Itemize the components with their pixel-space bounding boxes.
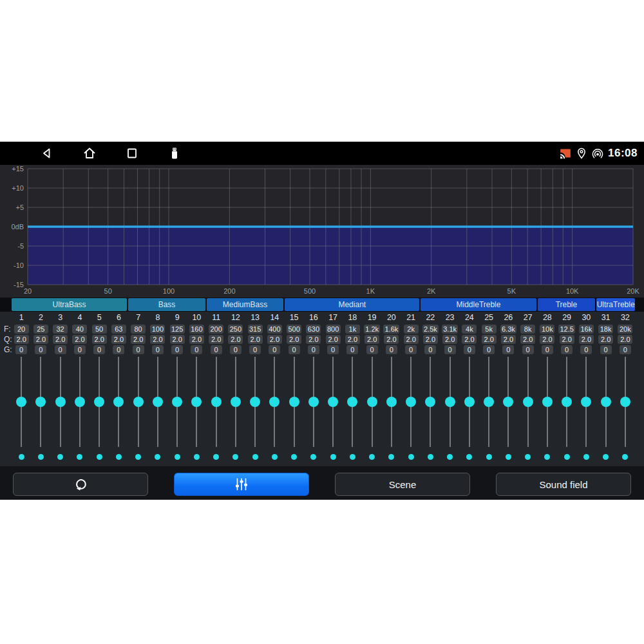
frequency-value-band-6[interactable]: 63: [111, 325, 126, 334]
gain-value-band-24[interactable]: 0: [464, 345, 475, 354]
frequency-value-band-20[interactable]: 1.6k: [383, 325, 399, 334]
frequency-value-band-25[interactable]: 5k: [482, 325, 497, 334]
gain-value-band-16[interactable]: 0: [308, 345, 319, 354]
frequency-value-band-32[interactable]: 20k: [618, 325, 632, 334]
frequency-value-band-8[interactable]: 100: [150, 325, 165, 334]
gain-value-band-3[interactable]: 0: [55, 345, 66, 354]
gain-slider-band-26[interactable]: [498, 357, 518, 447]
q-factor-value-band-27[interactable]: 2.0: [520, 335, 535, 344]
gain-slider-band-17[interactable]: [323, 357, 343, 447]
slider-knob[interactable]: [620, 397, 630, 407]
slider-knob[interactable]: [308, 397, 319, 407]
gain-slider-band-10[interactable]: [187, 357, 206, 447]
gain-value-band-27[interactable]: 0: [522, 345, 534, 354]
gain-slider-band-8[interactable]: [148, 357, 167, 447]
q-factor-value-band-19[interactable]: 2.0: [365, 335, 379, 344]
q-factor-value-band-28[interactable]: 2.0: [540, 335, 554, 344]
frequency-value-band-16[interactable]: 630: [306, 325, 321, 334]
gain-value-band-14[interactable]: 0: [269, 345, 280, 354]
q-factor-value-band-8[interactable]: 2.0: [150, 335, 165, 344]
frequency-value-band-21[interactable]: 2k: [404, 325, 419, 334]
gain-slider-band-21[interactable]: [401, 357, 421, 447]
slider-knob[interactable]: [113, 397, 124, 407]
q-factor-value-band-1[interactable]: 2.0: [14, 335, 29, 344]
slider-knob[interactable]: [445, 397, 455, 407]
q-factor-value-band-16[interactable]: 2.0: [306, 335, 321, 344]
q-factor-value-band-10[interactable]: 2.0: [189, 335, 204, 344]
frequency-value-band-27[interactable]: 8k: [520, 325, 535, 334]
frequency-value-band-12[interactable]: 250: [228, 325, 243, 334]
gain-value-band-23[interactable]: 0: [444, 345, 456, 354]
frequency-value-band-2[interactable]: 25: [33, 325, 48, 334]
gain-value-band-18[interactable]: 0: [346, 345, 358, 354]
q-factor-value-band-22[interactable]: 2.0: [423, 335, 438, 344]
q-factor-value-band-14[interactable]: 2.0: [267, 335, 282, 344]
q-factor-value-band-23[interactable]: 2.0: [442, 335, 457, 344]
slider-knob[interactable]: [484, 397, 494, 407]
slider-knob[interactable]: [289, 397, 299, 407]
equalizer-button[interactable]: [174, 473, 309, 496]
frequency-value-band-7[interactable]: 80: [131, 325, 146, 334]
slider-knob[interactable]: [523, 397, 533, 407]
q-factor-value-band-18[interactable]: 2.0: [345, 335, 360, 344]
gain-value-band-2[interactable]: 0: [35, 345, 46, 354]
slider-knob[interactable]: [191, 397, 202, 407]
q-factor-value-band-32[interactable]: 2.0: [618, 335, 632, 344]
gain-slider-band-14[interactable]: [265, 357, 284, 447]
band-group-bass[interactable]: Bass: [128, 298, 205, 311]
gain-value-band-7[interactable]: 0: [133, 345, 144, 354]
frequency-value-band-19[interactable]: 1.2k: [364, 325, 380, 334]
band-group-middletreble[interactable]: MiddleTreble: [421, 298, 536, 311]
recents-icon[interactable]: [124, 146, 140, 161]
gain-slider-band-4[interactable]: [70, 357, 90, 447]
frequency-value-band-14[interactable]: 400: [267, 325, 282, 334]
slider-knob[interactable]: [386, 397, 397, 407]
gain-value-band-20[interactable]: 0: [386, 345, 397, 354]
slider-knob[interactable]: [94, 397, 104, 407]
frequency-value-band-13[interactable]: 315: [248, 325, 263, 334]
q-factor-value-band-12[interactable]: 2.0: [228, 335, 243, 344]
slider-knob[interactable]: [464, 397, 475, 407]
back-icon[interactable]: [39, 146, 55, 161]
slider-knob[interactable]: [367, 397, 377, 407]
frequency-value-band-23[interactable]: 3.1k: [442, 325, 458, 334]
gain-value-band-26[interactable]: 0: [502, 345, 514, 354]
q-factor-value-band-11[interactable]: 2.0: [209, 335, 223, 344]
slider-knob[interactable]: [581, 397, 591, 407]
gain-slider-band-28[interactable]: [538, 357, 557, 447]
q-factor-value-band-6[interactable]: 2.0: [111, 335, 126, 344]
frequency-value-band-17[interactable]: 800: [326, 325, 341, 334]
gain-slider-band-7[interactable]: [129, 357, 148, 447]
gain-value-band-4[interactable]: 0: [74, 345, 86, 354]
slider-knob[interactable]: [425, 397, 435, 407]
gain-slider-band-23[interactable]: [440, 357, 460, 447]
gain-value-band-21[interactable]: 0: [405, 345, 417, 354]
slider-knob[interactable]: [503, 397, 513, 407]
gain-value-band-13[interactable]: 0: [249, 345, 261, 354]
gain-value-band-30[interactable]: 0: [580, 345, 592, 354]
slider-knob[interactable]: [172, 397, 182, 407]
frequency-value-band-11[interactable]: 200: [209, 325, 223, 334]
frequency-value-band-5[interactable]: 50: [92, 325, 107, 334]
slider-knob[interactable]: [269, 397, 279, 407]
slider-knob[interactable]: [35, 397, 46, 407]
gain-value-band-9[interactable]: 0: [171, 345, 183, 354]
scene-button[interactable]: Scene: [335, 473, 470, 496]
reset-button[interactable]: [13, 473, 148, 496]
gain-value-band-29[interactable]: 0: [561, 345, 573, 354]
gain-slider-band-9[interactable]: [167, 357, 187, 447]
q-factor-value-band-5[interactable]: 2.0: [92, 335, 107, 344]
q-factor-value-band-2[interactable]: 2.0: [33, 335, 48, 344]
gain-slider-band-3[interactable]: [51, 357, 70, 447]
q-factor-value-band-17[interactable]: 2.0: [326, 335, 341, 344]
gain-value-band-11[interactable]: 0: [211, 345, 222, 354]
slider-knob[interactable]: [562, 397, 572, 407]
slider-knob[interactable]: [211, 397, 222, 407]
gain-value-band-15[interactable]: 0: [289, 345, 300, 354]
frequency-value-band-29[interactable]: 12.5: [558, 325, 574, 334]
gain-value-band-25[interactable]: 0: [483, 345, 495, 354]
band-group-ultratreble[interactable]: UltraTreble: [596, 298, 635, 311]
frequency-value-band-18[interactable]: 1k: [345, 325, 360, 334]
frequency-value-band-28[interactable]: 10k: [540, 325, 554, 334]
band-group-treble[interactable]: Treble: [538, 298, 596, 311]
